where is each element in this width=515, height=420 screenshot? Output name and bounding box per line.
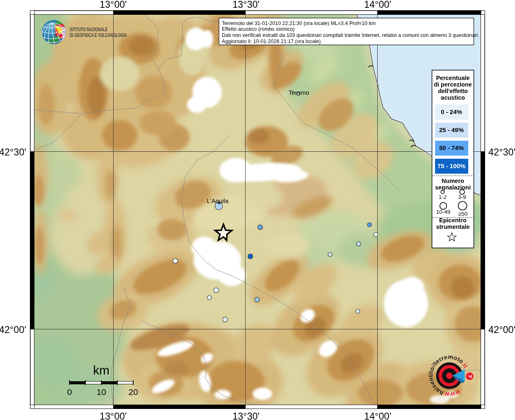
- svg-text:10-49: 10-49: [436, 209, 451, 215]
- svg-text:segnalazioni: segnalazioni: [435, 184, 471, 191]
- svg-text:Terremoto del 31-01-2010 22:21: Terremoto del 31-01-2010 22:21:30 (ora l…: [222, 21, 376, 26]
- svg-text:Teramo: Teramo: [289, 89, 309, 96]
- svg-text:≥50: ≥50: [458, 211, 467, 217]
- svg-text:ISTITUTO NAZIONALE: ISTITUTO NAZIONALE: [70, 26, 107, 32]
- svg-text:km: km: [93, 363, 109, 377]
- svg-text:DI GEOFISICA E VULCANOLOGIA: DI GEOFISICA E VULCANOLOGIA: [70, 32, 127, 38]
- svg-text:42°30': 42°30': [488, 147, 515, 158]
- svg-text:10: 10: [97, 387, 106, 397]
- svg-text:L'Aquila: L'Aquila: [207, 197, 229, 204]
- svg-text:Numero: Numero: [442, 178, 464, 184]
- svg-text:3-9: 3-9: [458, 194, 466, 200]
- svg-text:Effetto acustico (rombo sismic: Effetto acustico (rombo sismico): [222, 26, 295, 32]
- svg-text:42°30': 42°30': [0, 147, 26, 158]
- svg-text:13°00': 13°00': [100, 0, 127, 10]
- svg-text:13°30': 13°30': [232, 411, 260, 420]
- svg-text:Percentuale: Percentuale: [436, 75, 469, 81]
- svg-text:42°00': 42°00': [488, 324, 515, 335]
- svg-text:acustico: acustico: [441, 94, 465, 101]
- svg-text:75 - 100%: 75 - 100%: [438, 162, 465, 169]
- svg-text:13°00': 13°00': [100, 411, 127, 420]
- svg-text:Aggiornato il: 10-01-2026 21:1: Aggiornato il: 10-01-2026 21:17 (ora loc…: [222, 39, 321, 44]
- svg-text:25 - 49%: 25 - 49%: [439, 126, 464, 133]
- svg-text:0 - 24%: 0 - 24%: [441, 108, 462, 115]
- svg-text:strumentale: strumentale: [436, 224, 469, 230]
- svg-text:42°00': 42°00': [0, 324, 26, 335]
- svg-text:dell'effetto: dell'effetto: [438, 88, 468, 94]
- svg-text:50 - 74%: 50 - 74%: [439, 144, 464, 151]
- svg-text:0: 0: [67, 387, 72, 397]
- svg-text:1-2: 1-2: [439, 194, 447, 200]
- svg-text:14°00': 14°00': [364, 0, 391, 10]
- svg-text:20: 20: [128, 387, 138, 397]
- svg-text:Epicentro: Epicentro: [439, 217, 467, 224]
- svg-text:13°30': 13°30': [232, 0, 260, 10]
- svg-text:14°00': 14°00': [364, 411, 391, 420]
- svg-text:Dati non verificati estratti d: Dati non verificati estratti da 103 ques…: [222, 32, 479, 38]
- svg-text:di percezione: di percezione: [434, 81, 472, 88]
